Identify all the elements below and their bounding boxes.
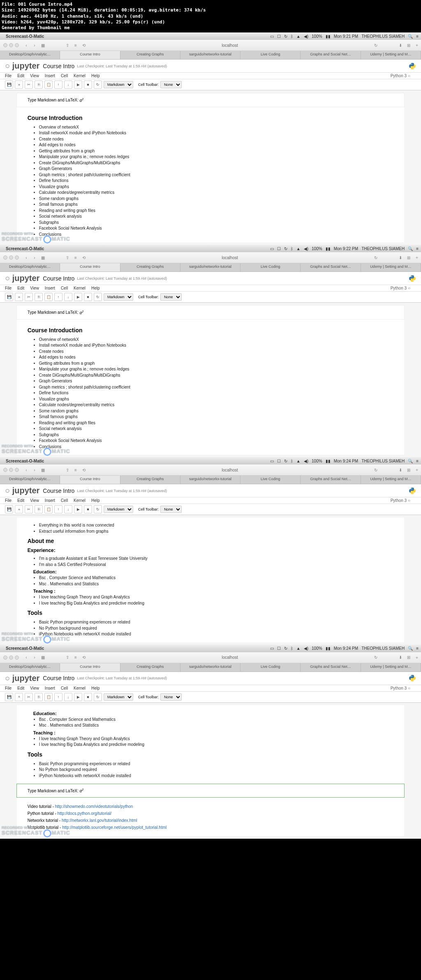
user-name[interactable]: THEOPHILUS SIAMEH xyxy=(361,34,405,39)
browser-tab[interactable]: Graphs and Social Net… xyxy=(301,476,361,484)
move-down-button[interactable]: ↓ xyxy=(64,693,72,701)
spotlight-icon[interactable]: 🔍 xyxy=(408,646,413,651)
tabs-icon[interactable]: ⊞ xyxy=(405,254,412,261)
content-cell[interactable]: Education: Bsc . Computer Science and Ma… xyxy=(17,705,405,784)
close-icon[interactable] xyxy=(3,656,7,660)
stop-button[interactable]: ■ xyxy=(84,293,92,301)
zoom-icon[interactable] xyxy=(15,43,19,47)
tabs-icon[interactable]: ⊞ xyxy=(405,654,412,661)
browser-tab[interactable]: Live Coding xyxy=(241,663,301,672)
save-button[interactable]: 💾 xyxy=(5,693,13,701)
bluetooth-icon[interactable]: ᛒ xyxy=(291,246,293,251)
airplay-icon[interactable]: ▭ xyxy=(270,246,274,251)
restart-button[interactable]: ↻ xyxy=(94,693,102,701)
wifi-icon[interactable]: ▲ xyxy=(296,246,301,251)
add-tab-icon[interactable]: ＋ xyxy=(414,654,420,661)
refresh-icon[interactable]: ↻ xyxy=(372,254,379,261)
airplay-icon[interactable]: ▭ xyxy=(270,459,274,463)
stop-button[interactable]: ■ xyxy=(84,693,92,701)
zoom-icon[interactable] xyxy=(15,468,19,472)
move-down-button[interactable]: ↓ xyxy=(64,81,72,89)
address-bar[interactable]: localhost xyxy=(88,468,372,472)
run-button[interactable]: ▶ xyxy=(74,693,82,701)
menu-file[interactable]: File xyxy=(5,286,12,290)
window-controls[interactable] xyxy=(0,255,22,260)
menu-cell[interactable]: Cell xyxy=(61,74,68,78)
browser-tab[interactable]: Course Intro xyxy=(60,663,120,672)
browser-tab[interactable]: Creating Graphs xyxy=(120,51,180,59)
reload-icon[interactable]: ⟲ xyxy=(81,467,87,473)
menu-help[interactable]: Help xyxy=(91,686,100,690)
paste-button[interactable]: 📋 xyxy=(44,505,53,513)
back-button[interactable]: ‹ xyxy=(23,467,30,473)
refresh-icon[interactable]: ↻ xyxy=(372,467,379,473)
forward-button[interactable]: › xyxy=(31,654,38,661)
move-up-button[interactable]: ↑ xyxy=(54,505,62,513)
close-icon[interactable] xyxy=(3,43,7,47)
browser-tab[interactable]: sarguido/networkx-tutorial xyxy=(180,263,241,271)
copy-button[interactable]: ⎘ xyxy=(35,293,43,301)
menu-edit[interactable]: Edit xyxy=(17,74,24,78)
link[interactable]: http://docs.python.org/tutorial/ xyxy=(58,811,112,816)
sidebar-icon[interactable]: ▦ xyxy=(39,467,46,473)
browser-tab[interactable]: sarguido/networkx-tutorial xyxy=(180,476,241,484)
move-up-button[interactable]: ↑ xyxy=(54,81,62,89)
sidebar-icon[interactable]: ▦ xyxy=(39,654,46,661)
notebook-area[interactable]: Type Markdown and LaTeX: α2 Course Intro… xyxy=(0,90,421,245)
cut-button[interactable]: ✂ xyxy=(25,505,33,513)
browser-tab[interactable]: Udemy | Setting and M… xyxy=(361,476,421,484)
cut-button[interactable]: ✂ xyxy=(25,81,33,89)
markdown-cell[interactable]: Type Markdown and LaTeX: α2 xyxy=(16,93,405,107)
volume-icon[interactable]: ◀) xyxy=(304,34,308,39)
share-icon[interactable]: ⇧ xyxy=(64,467,71,473)
notebook-title[interactable]: Course Intro xyxy=(43,275,74,282)
menu-file[interactable]: File xyxy=(5,686,12,690)
menu-insert[interactable]: Insert xyxy=(45,74,55,78)
menu-file[interactable]: File xyxy=(5,74,12,78)
browser-tab[interactable]: Udemy | Setting and M… xyxy=(361,663,421,672)
browser-tab[interactable]: Graphs and Social Net… xyxy=(301,663,361,672)
content-cell[interactable]: Everything in this world is now connecte… xyxy=(17,518,405,642)
address-bar[interactable]: localhost xyxy=(88,255,372,260)
stop-button[interactable]: ■ xyxy=(84,505,92,513)
window-controls[interactable] xyxy=(0,43,22,47)
menu-edit[interactable]: Edit xyxy=(17,498,24,503)
menu-view[interactable]: View xyxy=(30,498,39,503)
menu-cell[interactable]: Cell xyxy=(61,686,68,690)
menu-insert[interactable]: Insert xyxy=(45,686,55,690)
menu-help[interactable]: Help xyxy=(91,498,100,503)
refresh-icon[interactable]: ↻ xyxy=(372,654,379,661)
bluetooth-icon[interactable]: ᛒ xyxy=(291,459,293,463)
tabs-icon[interactable]: ⊞ xyxy=(405,467,412,473)
menu-view[interactable]: View xyxy=(30,74,39,78)
cell-toolbar-select[interactable]: None xyxy=(160,693,182,701)
forward-button[interactable]: › xyxy=(31,467,38,473)
add-tab-icon[interactable]: ＋ xyxy=(414,42,420,48)
jupyter-logo[interactable]: ○ jupyter xyxy=(5,274,39,283)
browser-tab[interactable]: Course Intro xyxy=(60,476,120,484)
minimize-icon[interactable] xyxy=(9,255,13,260)
add-cell-button[interactable]: ＋ xyxy=(15,693,23,701)
run-button[interactable]: ▶ xyxy=(74,505,82,513)
menu-file[interactable]: File xyxy=(5,498,12,503)
restart-button[interactable]: ↻ xyxy=(94,81,102,89)
sidebar-icon[interactable]: ▦ xyxy=(39,42,46,48)
volume-icon[interactable]: ◀) xyxy=(304,646,308,651)
restart-button[interactable]: ↻ xyxy=(94,505,102,513)
reader-icon[interactable]: ≡ xyxy=(72,254,79,261)
course-intro-cell[interactable]: Course Introduction Overview of networkX… xyxy=(17,107,405,243)
forward-button[interactable]: › xyxy=(31,42,38,48)
browser-tab[interactable]: Desktop/GraphAnalytic… xyxy=(0,663,60,672)
clock[interactable]: Mon 9:22 PM xyxy=(334,246,358,251)
notifications-icon[interactable]: ≡ xyxy=(416,459,419,463)
save-button[interactable]: 💾 xyxy=(5,81,13,89)
zoom-icon[interactable] xyxy=(15,255,19,260)
browser-tab[interactable]: Course Intro xyxy=(60,51,120,59)
download-icon[interactable]: ⬇ xyxy=(397,42,404,48)
browser-tab[interactable]: Udemy | Setting and M… xyxy=(361,51,421,59)
jupyter-logo[interactable]: ○ jupyter xyxy=(5,674,39,683)
tabs-icon[interactable]: ⊞ xyxy=(405,42,412,48)
browser-tab[interactable]: Udemy | Setting and M… xyxy=(361,263,421,271)
browser-tab[interactable]: Live Coding xyxy=(241,476,301,484)
menu-view[interactable]: View xyxy=(30,686,39,690)
